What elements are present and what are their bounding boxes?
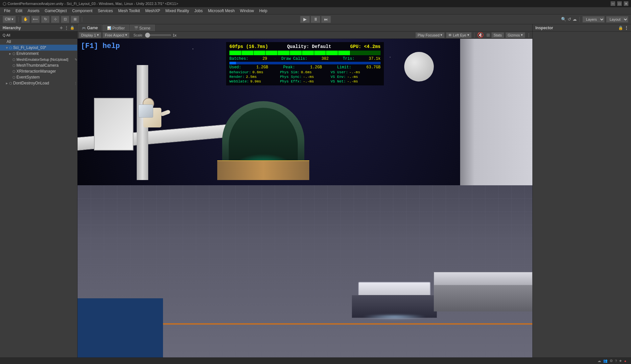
game-tab-label: Game [87,26,98,30]
star-6 [390,57,390,57]
menu-component[interactable]: Component [69,8,95,14]
status-collab-icon[interactable]: 👥 [603,359,608,363]
scale-slider[interactable] [145,34,171,36]
tool-hand[interactable]: ✋ [21,16,30,23]
menu-icon-dont-destroy: ⋮ [74,81,77,85]
tool-transform[interactable]: ⊞ [71,16,79,23]
menu-meshtoolkit[interactable]: Mesh Toolkit [115,8,142,14]
maximize-button[interactable]: □ [617,1,622,6]
tab-game[interactable]: 🎮 Game [78,25,102,31]
menu-jobs[interactable]: Jobs [192,8,205,14]
stats-gpu: GPU: <4.2ms [350,44,381,49]
cm-dropdown[interactable]: CM ▾ [3,16,16,23]
hierarchy-menu-icon[interactable]: ⋮ [64,25,69,31]
object-icon-thumbnail: ⬡ [12,64,15,67]
play-focused-dropdown[interactable]: Play Focused ▾ [415,32,445,38]
tool-rect[interactable]: ⊡ [61,16,69,23]
aspect-dropdown[interactable]: Free Aspect ▾ [103,32,129,38]
render-value: 2.5ms [246,75,257,79]
aspect-ratio-icon[interactable]: ⊞ [486,33,490,37]
hierarchy-label-sci-fi: Sci_Fi_Layout_03* [13,45,46,50]
phys-sync-cell: Phys Sync: -.-ms [280,75,330,79]
hierarchy-label-mesh-emulator: MeshEmulatorSetup [NoUpload] [16,57,68,61]
gizmos-arrow: ▾ [521,33,523,37]
volume-icon[interactable]: 🔇 [477,32,484,38]
phys-sim-value: 0.6ms [301,70,312,74]
tunnel-frame [217,160,309,180]
title-bar: ⬡ ContentPerformanceAnalyzer.unity - Sci… [0,0,631,7]
tab-profiler[interactable]: 📊 Profiler [103,25,129,31]
status-gear-icon[interactable]: ⚙ [610,359,613,363]
close-button[interactable]: ✕ [624,1,628,6]
vs-net-value: -.-ms [347,80,358,83]
hierarchy-item-environment[interactable]: ► ⬡ Environment [0,51,77,57]
hierarchy-item-event-system[interactable]: ⬡ EventSystem [0,74,77,80]
scene-tab-icon: 🎬 [134,26,138,30]
hierarchy-item-xr-interaction[interactable]: ⬡ XRInteractionManager [0,68,77,74]
menu-assets[interactable]: Assets [25,8,42,14]
toolbar: CM ▾ ✋ ⟵ ↻ ⊹ ⊡ ⊞ ▶ ⏸ ⏭ 🔍 ↺ ☁ Layers Layo… [0,14,631,24]
eye-dropdown[interactable]: 👁 Left Eye ▾ [446,32,471,38]
menu-services[interactable]: Services [95,8,115,14]
status-cloud-icon[interactable]: ☁ [597,359,601,363]
status-star-icon[interactable]: ★ [619,359,622,363]
eye-label: Left Eye [453,33,466,37]
scene-tab-label: Scene [139,26,151,31]
peak-label: Peak: [283,65,295,70]
phys-sync-label: Phys Sync: [280,75,302,79]
vs-user-value: -.-ms [349,70,360,74]
webslate-cell: WebSlate: 9.9ms [229,80,279,83]
hierarchy-add-icon[interactable]: + [60,25,63,31]
hierarchy-item-mesh-emulator[interactable]: ⬡ MeshEmulatorSetup [NoUpload] ✎ [0,57,77,62]
tool-rotate[interactable]: ↻ [41,16,50,23]
more-icon[interactable]: ⋮ [526,33,531,38]
minimize-button[interactable]: ─ [611,1,615,6]
webslate-label: WebSlate: [229,80,249,83]
menu-edit[interactable]: Edit [13,8,25,14]
step-button[interactable]: ⏭ [321,16,331,23]
behaviour-cell: Behaviour: 0.6ms [229,70,279,74]
object-icon-mesh: ⬡ [12,58,15,61]
hierarchy-item-mesh-thumbnail[interactable]: ⬡ MeshThumbnailCamera [0,62,77,68]
menu-mixedreality[interactable]: Mixed Reality [163,8,192,14]
menu-gameobject[interactable]: GameObject [42,8,69,14]
hierarchy-item-all[interactable]: All [0,39,77,45]
menu-help[interactable]: Help [257,8,270,14]
status-help-icon[interactable]: ? [615,359,617,363]
tab-scene[interactable]: 🎬 Scene [130,25,155,31]
vs-net-cell: VS Net: -.-ms [331,80,381,83]
tool-scale[interactable]: ⊹ [51,16,59,23]
layers-dropdown[interactable]: Layers [582,16,605,23]
character-arm [160,109,171,117]
cloud-icon[interactable]: ☁ [573,17,577,22]
hud-overlay: [F1] help [81,42,120,53]
play-button[interactable]: ▶ [300,16,310,23]
menu-file[interactable]: File [1,8,13,14]
hierarchy-item-dont-destroy[interactable]: ► ⬡ DontDestroyOnLoad ⋮ [0,80,77,86]
bar-seg-3 [254,51,266,55]
refresh-icon[interactable]: ↺ [568,17,571,22]
inspector-menu-icon[interactable]: ⋮ [624,26,628,30]
pause-button[interactable]: ⏸ [311,16,320,23]
hierarchy-item-sci-fi[interactable]: ▼ ⬡ Sci_Fi_Layout_03* [0,45,77,51]
hierarchy-search-input[interactable] [0,32,77,39]
menu-meshxp[interactable]: MeshXP [143,8,163,14]
search-icon[interactable]: 🔍 [561,17,566,22]
menu-microsoftmesh[interactable]: Microsoft Mesh [205,8,237,14]
tool-move[interactable]: ⟵ [31,16,40,23]
stats-performance-bar [229,51,381,55]
stats-button[interactable]: Stats [491,32,504,38]
gizmos-dropdown[interactable]: Gizmos ▾ [505,32,525,38]
phys-effx-cell: Phys Effx: -.-ms [280,80,330,83]
hierarchy-lock-icon[interactable]: 🔒 [70,26,75,30]
behaviour-label: Behaviour: [229,70,251,74]
used-label: Used: [229,65,241,70]
display-dropdown[interactable]: Display 1 ▾ [79,32,101,38]
layout-dropdown[interactable]: Layout [606,16,628,23]
inspector-lock-icon[interactable]: 🔒 [618,26,623,30]
bar-seg-8 [314,51,326,55]
menu-window[interactable]: Window [237,8,257,14]
arrow-sci-fi: ▼ [5,46,9,50]
hierarchy-header: Hierarchy + ⋮ 🔒 [0,24,77,32]
bar-seg-4 [266,51,278,55]
